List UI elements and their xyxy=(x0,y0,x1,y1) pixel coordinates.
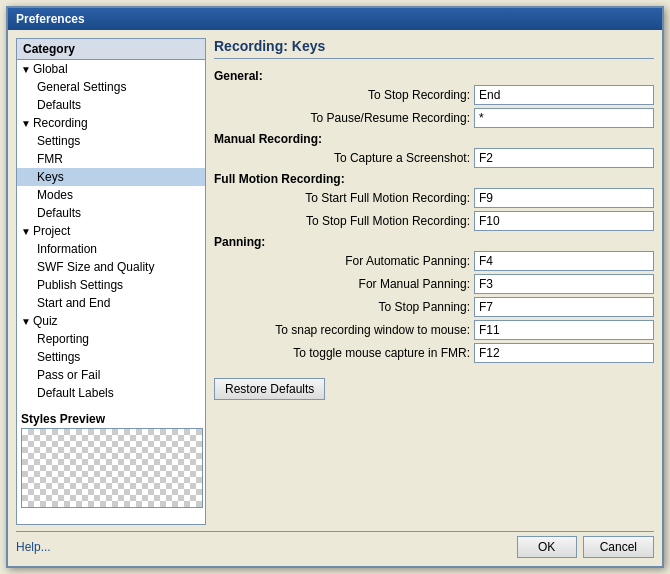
title-bar: Preferences xyxy=(8,8,662,30)
tree-arrow-project: ▼ xyxy=(21,226,31,237)
field-input-pause-resume[interactable] xyxy=(474,108,654,128)
field-row-manual-panning: For Manual Panning: xyxy=(214,274,654,294)
sidebar-item-settings-quiz[interactable]: Settings xyxy=(17,348,205,366)
sidebar-item-label-recording: Recording xyxy=(33,116,88,130)
field-input-capture-screenshot[interactable] xyxy=(474,148,654,168)
sidebar-item-label-information: Information xyxy=(37,242,97,256)
section-panning: Panning:For Automatic Panning:For Manual… xyxy=(214,235,654,363)
field-input-toggle-mouse[interactable] xyxy=(474,343,654,363)
styles-preview-section: Styles Preview xyxy=(17,408,205,512)
section-label-panning: Panning: xyxy=(214,235,654,249)
sidebar-item-label-modes: Modes xyxy=(37,188,73,202)
tree-arrow-quiz: ▼ xyxy=(21,316,31,327)
sidebar-item-publish-settings[interactable]: Publish Settings xyxy=(17,276,205,294)
sidebar-item-recording[interactable]: ▼ Recording xyxy=(17,114,205,132)
main-content: Category ▼ GlobalGeneral SettingsDefault… xyxy=(16,38,654,525)
restore-defaults-button[interactable]: Restore Defaults xyxy=(214,378,325,400)
tree-container: ▼ GlobalGeneral SettingsDefaults▼ Record… xyxy=(17,60,205,402)
sidebar-item-modes[interactable]: Modes xyxy=(17,186,205,204)
field-label-start-full-motion: To Start Full Motion Recording: xyxy=(214,191,474,205)
sidebar-item-global[interactable]: ▼ Global xyxy=(17,60,205,78)
sidebar-item-label-defaults-rec: Defaults xyxy=(37,206,81,220)
field-label-manual-panning: For Manual Panning: xyxy=(214,277,474,291)
field-row-toggle-mouse: To toggle mouse capture in FMR: xyxy=(214,343,654,363)
field-row-start-full-motion: To Start Full Motion Recording: xyxy=(214,188,654,208)
sidebar-item-label-project: Project xyxy=(33,224,70,238)
sidebar-item-label-defaults-global: Defaults xyxy=(37,98,81,112)
field-row-capture-screenshot: To Capture a Screenshot: xyxy=(214,148,654,168)
sidebar-item-label-settings-quiz: Settings xyxy=(37,350,80,364)
right-panel: Recording: Keys General:To Stop Recordin… xyxy=(214,38,654,525)
tree-arrow-global: ▼ xyxy=(21,64,31,75)
field-input-stop-panning[interactable] xyxy=(474,297,654,317)
field-input-manual-panning[interactable] xyxy=(474,274,654,294)
sidebar-item-defaults-global[interactable]: Defaults xyxy=(17,96,205,114)
sidebar-item-label-swf-size: SWF Size and Quality xyxy=(37,260,154,274)
section-full-motion: Full Motion Recording:To Start Full Moti… xyxy=(214,172,654,231)
section-label-manual-recording: Manual Recording: xyxy=(214,132,654,146)
sidebar-item-settings-rec[interactable]: Settings xyxy=(17,132,205,150)
sidebar-item-defaults-rec[interactable]: Defaults xyxy=(17,204,205,222)
field-label-stop-recording: To Stop Recording: xyxy=(214,88,474,102)
sidebar-item-pass-or-fail[interactable]: Pass or Fail xyxy=(17,366,205,384)
field-input-stop-recording[interactable] xyxy=(474,85,654,105)
field-label-capture-screenshot: To Capture a Screenshot: xyxy=(214,151,474,165)
field-label-stop-panning: To Stop Panning: xyxy=(214,300,474,314)
left-panel: Category ▼ GlobalGeneral SettingsDefault… xyxy=(16,38,206,525)
field-row-pause-resume: To Pause/Resume Recording: xyxy=(214,108,654,128)
sidebar-item-label-keys: Keys xyxy=(37,170,64,184)
sidebar-item-start-end[interactable]: Start and End xyxy=(17,294,205,312)
sidebar-item-information[interactable]: Information xyxy=(17,240,205,258)
field-row-stop-panning: To Stop Panning: xyxy=(214,297,654,317)
sidebar-item-label-start-end: Start and End xyxy=(37,296,110,310)
sidebar-item-default-labels[interactable]: Default Labels xyxy=(17,384,205,402)
sidebar-item-reporting[interactable]: Reporting xyxy=(17,330,205,348)
styles-preview-label: Styles Preview xyxy=(21,412,201,426)
field-label-toggle-mouse: To toggle mouse capture in FMR: xyxy=(214,346,474,360)
sidebar-item-keys[interactable]: Keys xyxy=(17,168,205,186)
tree-arrow-recording: ▼ xyxy=(21,118,31,129)
help-link[interactable]: Help... xyxy=(16,540,51,554)
field-label-auto-panning: For Automatic Panning: xyxy=(214,254,474,268)
dialog-title: Preferences xyxy=(16,12,85,26)
field-label-snap-window: To snap recording window to mouse: xyxy=(214,323,474,337)
sidebar-item-label-fmr: FMR xyxy=(37,152,63,166)
sections-container: General:To Stop Recording:To Pause/Resum… xyxy=(214,65,654,366)
field-input-start-full-motion[interactable] xyxy=(474,188,654,208)
sidebar-item-label-pass-or-fail: Pass or Fail xyxy=(37,368,100,382)
dialog-body: Category ▼ GlobalGeneral SettingsDefault… xyxy=(8,30,662,566)
category-header: Category xyxy=(17,39,205,60)
field-input-auto-panning[interactable] xyxy=(474,251,654,271)
styles-preview-checkerboard xyxy=(21,428,203,508)
sidebar-item-label-publish-settings: Publish Settings xyxy=(37,278,123,292)
section-label-full-motion: Full Motion Recording: xyxy=(214,172,654,186)
field-row-snap-window: To snap recording window to mouse: xyxy=(214,320,654,340)
sidebar-item-project[interactable]: ▼ Project xyxy=(17,222,205,240)
field-row-stop-recording: To Stop Recording: xyxy=(214,85,654,105)
sidebar-item-label-general-settings: General Settings xyxy=(37,80,126,94)
section-manual-recording: Manual Recording:To Capture a Screenshot… xyxy=(214,132,654,168)
field-row-stop-full-motion: To Stop Full Motion Recording: xyxy=(214,211,654,231)
sidebar-item-label-settings-rec: Settings xyxy=(37,134,80,148)
sidebar-item-general-settings[interactable]: General Settings xyxy=(17,78,205,96)
sidebar-item-label-quiz: Quiz xyxy=(33,314,58,328)
ok-button[interactable]: OK xyxy=(517,536,577,558)
button-group: OK Cancel xyxy=(517,536,654,558)
section-label-general: General: xyxy=(214,69,654,83)
sidebar-item-label-default-labels: Default Labels xyxy=(37,386,114,400)
field-input-snap-window[interactable] xyxy=(474,320,654,340)
preferences-dialog: Preferences Category ▼ GlobalGeneral Set… xyxy=(6,6,664,568)
sidebar-item-label-reporting: Reporting xyxy=(37,332,89,346)
bottom-bar: Help... OK Cancel xyxy=(16,531,654,558)
sidebar-item-swf-size[interactable]: SWF Size and Quality xyxy=(17,258,205,276)
cancel-button[interactable]: Cancel xyxy=(583,536,654,558)
field-input-stop-full-motion[interactable] xyxy=(474,211,654,231)
right-panel-title: Recording: Keys xyxy=(214,38,654,59)
section-general: General:To Stop Recording:To Pause/Resum… xyxy=(214,69,654,128)
sidebar-item-fmr[interactable]: FMR xyxy=(17,150,205,168)
field-label-stop-full-motion: To Stop Full Motion Recording: xyxy=(214,214,474,228)
sidebar-item-quiz[interactable]: ▼ Quiz xyxy=(17,312,205,330)
field-label-pause-resume: To Pause/Resume Recording: xyxy=(214,111,474,125)
field-row-auto-panning: For Automatic Panning: xyxy=(214,251,654,271)
sidebar-item-label-global: Global xyxy=(33,62,68,76)
